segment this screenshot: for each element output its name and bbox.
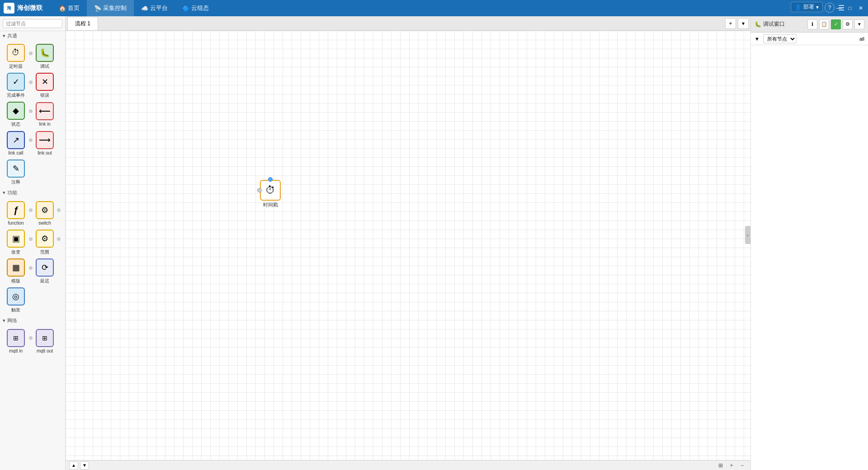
confirm-button[interactable]: ✓ <box>831 19 841 29</box>
nav-up-button[interactable]: ▲ <box>69 461 78 470</box>
info-button[interactable]: ℹ <box>807 19 817 29</box>
flow-canvas[interactable]: ⏱ 时间戳 <box>66 31 750 460</box>
node-complete[interactable]: ✓ 完成事件 <box>2 71 30 99</box>
zoom-in-button[interactable]: + <box>727 461 736 470</box>
filter-icon: ▼ <box>755 36 760 42</box>
menu-button[interactable]: ☰ <box>838 4 844 12</box>
switch-label: switch <box>38 221 51 226</box>
sidebar: ▾ 共通 ⏱ 定时器 🐛 调试 ✓ 完成事件 ✕ <box>0 16 66 470</box>
zoom-out-button[interactable]: − <box>738 461 747 470</box>
trigger-label: 触发 <box>11 307 20 313</box>
mqtt-out-label: mqtt out <box>37 348 53 353</box>
node-mqtt-out[interactable]: ⊞ mqtt out <box>31 327 59 355</box>
status-label: 状态 <box>11 121 20 127</box>
node-link-in[interactable]: ⟵ link in <box>31 100 59 128</box>
node-switch[interactable]: ⚙ switch <box>31 199 59 227</box>
node-debug[interactable]: 🐛 调试 <box>31 42 59 70</box>
node-template[interactable]: ▦ 模版 <box>2 257 30 285</box>
mqtt-in-label: mqtt in <box>9 348 23 353</box>
cloudstate-icon: 🔷 <box>182 5 189 12</box>
mqtt-in-icon: ⊞ <box>7 329 25 347</box>
section-network[interactable]: ▾ 网络 <box>0 316 65 325</box>
status-icon: ◆ <box>7 102 25 120</box>
node-mqtt-in[interactable]: ⊞ mqtt in <box>2 327 30 355</box>
function-nodes: ƒ function ⚙ switch ▣ 改变 ⚙ 范围 <box>0 197 65 316</box>
home-icon: 🏠 <box>59 5 66 12</box>
delay-icon: ⟳ <box>36 258 54 277</box>
bottom-right: ⊞ + − <box>716 461 747 470</box>
collect-icon: 📡 <box>94 5 101 12</box>
debug-icon: 🐛 <box>36 44 54 62</box>
nav-down-button[interactable]: ▼ <box>80 461 89 470</box>
section-common[interactable]: ▾ 共通 <box>0 31 65 41</box>
cloud-icon: ☁️ <box>141 5 148 12</box>
node-delay[interactable]: ⟳ 延迟 <box>31 257 59 285</box>
win-close[interactable]: ✕ <box>857 5 864 12</box>
node-range[interactable]: ⚙ 范围 <box>31 228 59 256</box>
template-label: 模版 <box>11 278 20 284</box>
main-layout: ▾ 共通 ⏱ 定时器 🐛 调试 ✓ 完成事件 ✕ <box>0 16 868 470</box>
settings-button[interactable]: ⚙ <box>843 19 853 29</box>
topbar-help-area: ? ☰ <box>825 3 844 13</box>
node-link-out[interactable]: ⟶ link out <box>31 129 59 157</box>
section-function[interactable]: ▾ 功能 <box>0 188 65 197</box>
tab-flow1-label: 流程 1 <box>75 20 90 28</box>
tab-bar-controls: + ▾ <box>725 18 749 29</box>
tab-add-button[interactable]: + <box>725 18 736 29</box>
right-panel-filter: ▼ 所有节点 all <box>751 33 868 45</box>
node-change[interactable]: ▣ 改变 <box>2 228 30 256</box>
right-panel-header: 🐛 调试窗口 ℹ 📋 ✓ ⚙ ▾ <box>751 16 868 33</box>
flow-node-box-timestamp: ⏱ <box>260 180 281 201</box>
nav-cloudstate[interactable]: 🔷 云组态 <box>175 0 216 16</box>
nav-collect[interactable]: 📡 采集控制 <box>87 0 134 16</box>
right-panel: 🐛 调试窗口 ℹ 📋 ✓ ⚙ ▾ ▼ 所有节点 all <box>750 16 868 470</box>
node-comment[interactable]: ✎ 注释 <box>2 158 30 186</box>
network-nodes: ⊞ mqtt in ⊞ mqtt out <box>0 325 65 357</box>
node-error[interactable]: ✕ 错误 <box>31 71 59 99</box>
tab-bar: 流程 1 + ▾ <box>66 16 750 31</box>
dropdown-button[interactable]: ▾ <box>854 19 864 29</box>
node-function[interactable]: ƒ function <box>2 199 30 227</box>
link-call-label: link call <box>9 150 24 155</box>
range-icon: ⚙ <box>36 230 54 248</box>
debug-label: 调试 <box>40 63 49 70</box>
search-input[interactable] <box>3 19 62 28</box>
flow-node-timestamp[interactable]: ⏱ 时间戳 <box>260 180 281 208</box>
bottom-bar: ▲ ▼ ⊞ + − <box>66 460 750 470</box>
nav-cloud-label: 云平台 <box>150 4 168 12</box>
debug-icon: 🐛 <box>755 21 761 28</box>
right-panel-content <box>751 45 868 470</box>
section-network-label: 网络 <box>7 317 17 324</box>
flow-node-dot-left <box>257 188 262 193</box>
logo-icon: 海 <box>4 3 14 14</box>
zoom-fit-button[interactable]: ⊞ <box>716 461 725 470</box>
nav-items: 🏠 首页 📡 采集控制 ☁️ 云平台 🔷 云组态 <box>52 0 835 16</box>
node-trigger[interactable]: ◎ 触发 <box>2 286 30 314</box>
chevron-down-icon: ▾ <box>3 33 5 39</box>
complete-icon: ✓ <box>7 73 25 91</box>
user-name: 部署 <box>803 3 814 11</box>
help-button[interactable]: ? <box>825 3 835 13</box>
right-panel-collapse[interactable]: › <box>745 226 750 244</box>
link-in-label: link in <box>39 122 51 127</box>
tab-flow1[interactable]: 流程 1 <box>67 17 98 30</box>
filter-select[interactable]: 所有节点 <box>763 34 797 43</box>
template-icon: ▦ <box>7 258 25 277</box>
complete-label: 完成事件 <box>7 92 25 99</box>
nav-collect-label: 采集控制 <box>103 4 127 12</box>
sidebar-search <box>0 16 65 31</box>
tab-dropdown-button[interactable]: ▾ <box>738 18 749 29</box>
nav-home[interactable]: 🏠 首页 <box>52 0 87 16</box>
node-status[interactable]: ◆ 状态 <box>2 100 30 128</box>
node-timer[interactable]: ⏱ 定时器 <box>2 42 30 70</box>
copy-button[interactable]: 📋 <box>819 19 829 29</box>
nav-cloud[interactable]: ☁️ 云平台 <box>134 0 175 16</box>
trigger-icon: ◎ <box>7 287 25 306</box>
logo-text: 海创微联 <box>17 4 42 12</box>
node-link-call[interactable]: ↗ link call <box>2 129 30 157</box>
user-badge[interactable]: 👤 部署 ▾ <box>791 2 823 12</box>
win-maximize[interactable]: □ <box>846 5 854 12</box>
comment-icon: ✎ <box>7 160 25 178</box>
switch-icon: ⚙ <box>36 201 54 219</box>
comment-label: 注释 <box>11 179 20 185</box>
